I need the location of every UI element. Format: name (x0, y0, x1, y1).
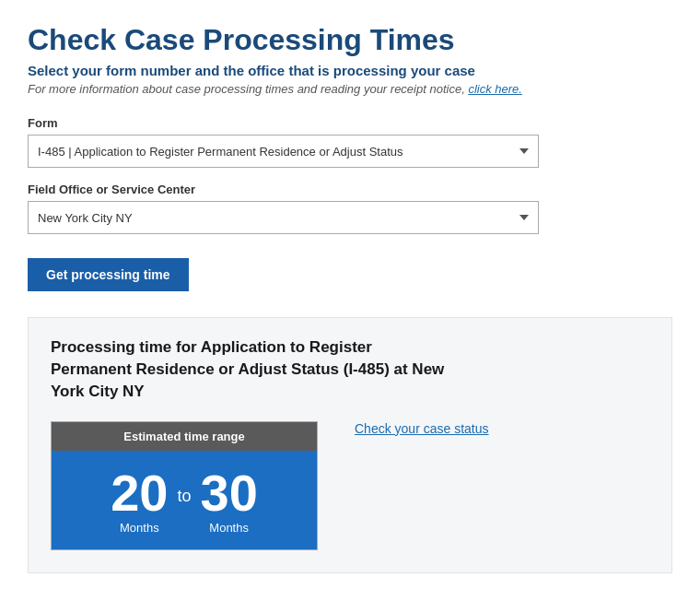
min-time-block: 20 Months (111, 467, 168, 535)
max-time-block: 30 Months (201, 467, 258, 535)
info-text: For more information about case processi… (28, 82, 672, 96)
get-processing-time-button[interactable]: Get processing time (28, 258, 189, 291)
case-status-link[interactable]: Check your case status (355, 421, 489, 436)
form-label: Form (28, 116, 672, 130)
time-range-body: 20 Months to 30 Months (52, 451, 317, 549)
max-time-value: 30 (201, 467, 258, 519)
form-select[interactable]: I-485 | Application to Register Permanen… (28, 135, 539, 168)
click-here-link[interactable]: click here. (468, 82, 522, 96)
results-content: Estimated time range 20 Months to 30 Mon… (51, 421, 649, 550)
max-time-unit: Months (209, 521, 249, 535)
office-label: Field Office or Service Center (28, 183, 672, 196)
results-title: Processing time for Application to Regis… (51, 336, 456, 402)
page-title: Check Case Processing Times (28, 22, 672, 57)
info-text-content: For more information about case processi… (28, 82, 465, 96)
page-wrapper: Check Case Processing Times Select your … (0, 0, 700, 601)
office-select[interactable]: New York City NY (28, 201, 539, 234)
min-time-unit: Months (120, 521, 159, 535)
min-time-value: 20 (111, 467, 168, 519)
time-to-label: to (177, 487, 191, 506)
results-section: Processing time for Application to Regis… (28, 317, 672, 572)
office-select-section: Field Office or Service Center New York … (28, 183, 672, 234)
page-subtitle: Select your form number and the office t… (28, 63, 672, 78)
time-range-header: Estimated time range (52, 422, 317, 451)
case-status-area: Check your case status (355, 421, 489, 436)
form-select-section: Form I-485 | Application to Register Per… (28, 116, 672, 168)
time-range-card: Estimated time range 20 Months to 30 Mon… (51, 421, 318, 550)
